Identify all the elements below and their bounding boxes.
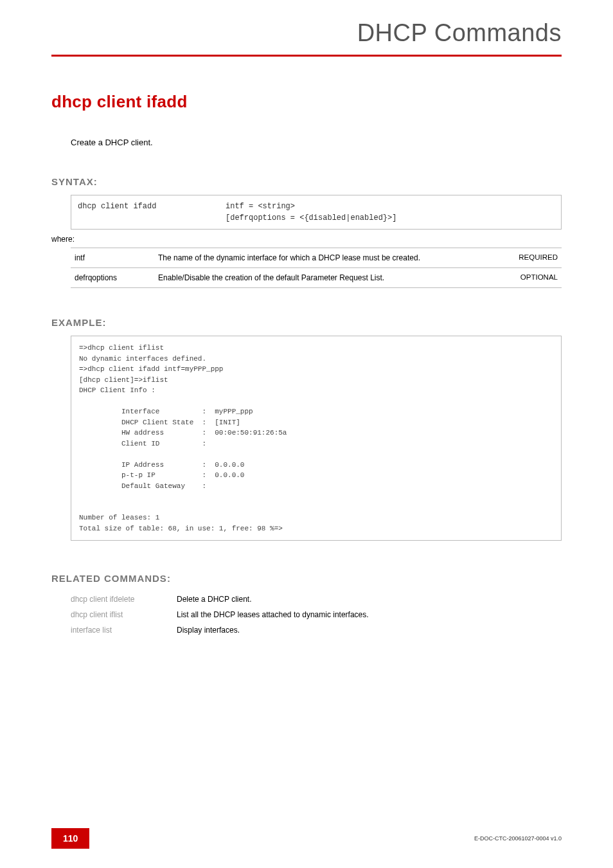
related-description: List all the DHCP leases attached to dyn…: [177, 607, 369, 622]
param-desc: Enable/Disable the creation of the defau…: [154, 268, 504, 288]
page-header: DHCP Commands: [51, 19, 562, 57]
related-label: RELATED COMMANDS:: [51, 573, 562, 584]
page-number-badge: 110: [51, 828, 89, 849]
params-table: intf The name of the dynamic interface f…: [71, 248, 562, 288]
param-name: defrqoptions: [71, 268, 154, 288]
document-id: E-DOC-CTC-20061027-0004 v1.0: [474, 835, 562, 842]
command-title: dhcp client ifadd: [51, 92, 562, 112]
example-box: =>dhcp client iflist No dynamic interfac…: [71, 336, 562, 541]
header-title: DHCP Commands: [51, 19, 562, 47]
table-row: dhcp client iflist List all the DHCP lea…: [71, 607, 369, 622]
command-description: Create a DHCP client.: [71, 138, 562, 147]
syntax-box: dhcp client ifadd intf = <string> [defrq…: [71, 195, 562, 230]
param-name: intf: [71, 248, 154, 268]
param-required: OPTIONAL: [504, 268, 562, 288]
param-required: REQUIRED: [504, 248, 562, 268]
where-label: where:: [51, 235, 562, 244]
related-description: Display interfaces.: [177, 622, 369, 638]
syntax-label: SYNTAX:: [51, 176, 562, 187]
syntax-command: dhcp client ifadd: [78, 201, 226, 224]
related-command[interactable]: dhcp client ifdelete: [71, 592, 177, 607]
related-commands-table: dhcp client ifdelete Delete a DHCP clien…: [71, 592, 369, 638]
related-command[interactable]: dhcp client iflist: [71, 607, 177, 622]
table-row: defrqoptions Enable/Disable the creation…: [71, 268, 562, 288]
page-footer: 110 E-DOC-CTC-20061027-0004 v1.0: [51, 828, 562, 849]
table-row: intf The name of the dynamic interface f…: [71, 248, 562, 268]
syntax-args: intf = <string> [defrqoptions = <{disabl…: [226, 201, 396, 224]
param-desc: The name of the dynamic interface for wh…: [154, 248, 504, 268]
table-row: interface list Display interfaces.: [71, 622, 369, 638]
related-description: Delete a DHCP client.: [177, 592, 369, 607]
example-label: EXAMPLE:: [51, 317, 562, 328]
related-command[interactable]: interface list: [71, 622, 177, 638]
table-row: dhcp client ifdelete Delete a DHCP clien…: [71, 592, 369, 607]
